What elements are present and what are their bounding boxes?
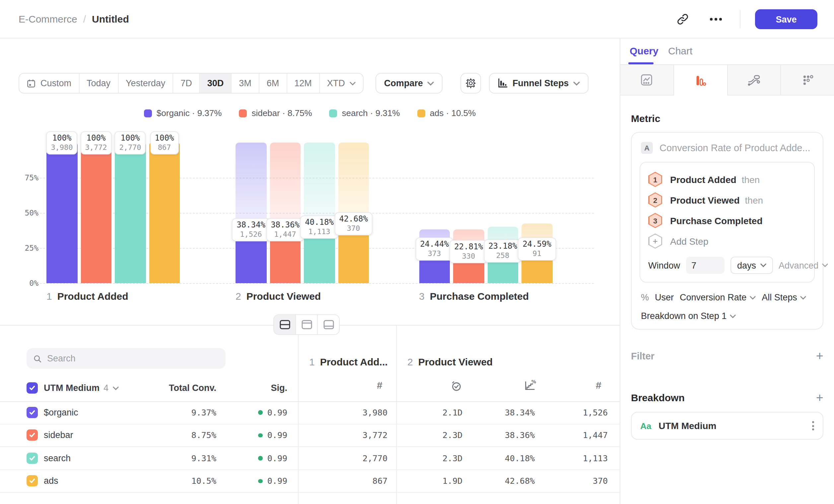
report-title[interactable]: Untitled xyxy=(92,13,129,25)
bar-sidebar-step2[interactable]: 38.36%1,447 xyxy=(270,143,301,283)
compare-button[interactable]: Compare xyxy=(375,73,443,93)
breakdown-item[interactable]: Aa UTM Medium xyxy=(631,412,824,440)
legend-label: search · 9.31% xyxy=(342,108,400,118)
funnel-step-group-3: 24.44%37322.81%33023.18%25824.59%91 xyxy=(419,143,552,283)
layout-chart-only-toggle[interactable] xyxy=(296,315,318,334)
row-checkbox[interactable] xyxy=(26,407,38,418)
breadcrumb-parent[interactable]: E-Commerce xyxy=(19,13,77,25)
add-filter-button[interactable]: + xyxy=(816,349,824,362)
bar-value-label: 100%3,980 xyxy=(46,131,77,155)
tab-query[interactable]: Query xyxy=(630,45,659,56)
metric-title-row[interactable]: A Conversion Rate of Product Adde... xyxy=(641,142,813,154)
range-7d[interactable]: 7D xyxy=(173,74,200,93)
funnel-steps-icon xyxy=(498,78,508,88)
cell-step1_count: 867 xyxy=(373,476,388,486)
step-1-badge: 1 xyxy=(648,172,662,187)
table-row-sidebar[interactable]: sidebar8.75%0.993,7722.3D38.36%1,447 xyxy=(0,424,620,447)
property-type-icon: Aa xyxy=(640,421,651,431)
legend-item-search[interactable]: search · 9.31% xyxy=(329,108,400,118)
chart-settings-button[interactable] xyxy=(461,73,481,93)
sig-header[interactable]: Sig. xyxy=(271,383,287,393)
tab-retention[interactable] xyxy=(781,65,834,95)
add-breakdown-button[interactable]: + xyxy=(816,391,824,404)
report-type-tabs xyxy=(620,65,834,95)
more-options-icon[interactable] xyxy=(707,10,725,28)
tab-funnels[interactable] xyxy=(674,65,728,95)
steps-scope-select[interactable]: All Steps xyxy=(762,293,807,302)
row-checkbox[interactable] xyxy=(26,453,38,464)
bar-organic-step1[interactable]: 100%3,980 xyxy=(46,143,77,283)
bar-sidebar-step3[interactable]: 22.81%330 xyxy=(453,143,484,283)
bar-sidebar-step1[interactable]: 100%3,772 xyxy=(81,143,111,283)
range-yesterday[interactable]: Yesterday xyxy=(118,74,173,93)
cell-total_conv: 10.5% xyxy=(192,476,216,486)
metric-heading: Metric xyxy=(631,113,824,124)
advanced-toggle[interactable]: Advanced xyxy=(778,260,828,270)
layout-table-only-toggle[interactable] xyxy=(318,315,339,334)
row-checkbox[interactable] xyxy=(26,476,38,487)
range-xtd[interactable]: XTD xyxy=(320,74,363,93)
kebab-menu-icon[interactable] xyxy=(812,421,814,430)
select-all-checkbox[interactable] xyxy=(26,382,38,394)
chevron-down-icon xyxy=(573,81,580,85)
panel-tabs: Query Chart xyxy=(620,39,834,65)
bar-ads-step1[interactable]: 100%867 xyxy=(149,143,180,283)
save-button[interactable]: Save xyxy=(755,9,817,29)
window-label: Window xyxy=(648,260,680,270)
tab-flows[interactable] xyxy=(727,65,781,95)
breakdown-heading: Breakdown xyxy=(631,392,685,403)
header-divider xyxy=(740,10,741,28)
breakdown-column-header[interactable]: UTM Medium 4 xyxy=(44,383,118,393)
bar-search-step1[interactable]: 100%2,770 xyxy=(115,143,146,283)
tab-chart[interactable]: Chart xyxy=(668,45,692,56)
filter-heading: Filter xyxy=(631,350,655,361)
table-row-search[interactable]: search9.31%0.992,7702.3D40.18%1,113 xyxy=(0,447,620,470)
y-axis-tick: 50% xyxy=(0,208,39,217)
range-12m[interactable]: 12M xyxy=(287,74,320,93)
chevron-down-icon xyxy=(750,295,756,299)
funnel-step-1[interactable]: 1 Product Added then xyxy=(648,169,806,190)
range-30d[interactable]: 30D xyxy=(200,74,232,93)
funnel-step-3[interactable]: 3 Purchase Completed xyxy=(648,210,806,231)
significance-dot xyxy=(259,479,263,483)
step-axis-label-3: 3Purchase Completed xyxy=(419,291,529,302)
bar-search-step2[interactable]: 40.18%1,113 xyxy=(304,143,335,283)
breadcrumb: E-Commerce / Untitled xyxy=(19,13,129,25)
bar-organic-step2[interactable]: 38.34%1,526 xyxy=(236,143,266,283)
total-conv-header[interactable]: Total Conv. xyxy=(169,383,216,393)
table-step1-header[interactable]: 1 Product Add... xyxy=(309,356,388,367)
date-range-control: CustomTodayYesterday7D30D3M6M12MXTD xyxy=(19,73,364,93)
bar-organic-step3[interactable]: 24.44%373 xyxy=(419,143,450,283)
window-value-input[interactable] xyxy=(686,257,725,274)
table-row-organic[interactable]: $organic9.37%0.993,9802.1D38.34%1,526 xyxy=(0,401,620,424)
row-checkbox[interactable] xyxy=(26,430,38,441)
chart-type-button[interactable]: Funnel Steps xyxy=(489,73,589,93)
bar-ads-step2[interactable]: 42.68%370 xyxy=(338,143,369,283)
funnel-step-2[interactable]: 2 Product Viewed then xyxy=(648,190,806,210)
legend-item-sidebar[interactable]: sidebar · 8.75% xyxy=(239,108,312,118)
measure-select[interactable]: Conversion Rate xyxy=(680,293,756,302)
share-link-icon[interactable] xyxy=(674,10,692,28)
layout-split-toggle[interactable] xyxy=(274,315,296,334)
bar-search-step3[interactable]: 23.18%258 xyxy=(487,143,518,283)
table-step2-header[interactable]: 2 Product Viewed xyxy=(408,356,492,367)
table-row-ads[interactable]: ads10.5%0.998671.9D42.68%370 xyxy=(0,470,620,493)
legend-item-organic[interactable]: $organic · 9.37% xyxy=(144,108,222,118)
add-step-button[interactable]: + Add Step xyxy=(648,231,806,251)
range-today[interactable]: Today xyxy=(79,74,118,93)
range-3m[interactable]: 3M xyxy=(232,74,259,93)
funnel-step-group-2: 38.34%1,52638.36%1,44740.18%1,11342.68%3… xyxy=(236,143,369,283)
counting-unit[interactable]: User xyxy=(655,293,674,302)
breakdown-on-select[interactable]: Breakdown on Step 1 xyxy=(641,311,736,321)
chevron-down-icon xyxy=(800,295,807,299)
search-input[interactable] xyxy=(47,353,219,363)
cell-total_conv: 8.75% xyxy=(192,430,216,440)
tab-insights[interactable] xyxy=(620,65,674,95)
measurement-row: % User Conversion Rate All Steps xyxy=(641,293,813,302)
cell-avg_time: 2.3D xyxy=(442,453,462,463)
range-6m[interactable]: 6M xyxy=(259,74,287,93)
range-custom[interactable]: Custom xyxy=(19,74,79,93)
legend-item-ads[interactable]: ads · 10.5% xyxy=(417,108,476,118)
window-unit-select[interactable]: days xyxy=(730,257,773,274)
bar-ads-step3[interactable]: 24.59%91 xyxy=(522,143,552,283)
